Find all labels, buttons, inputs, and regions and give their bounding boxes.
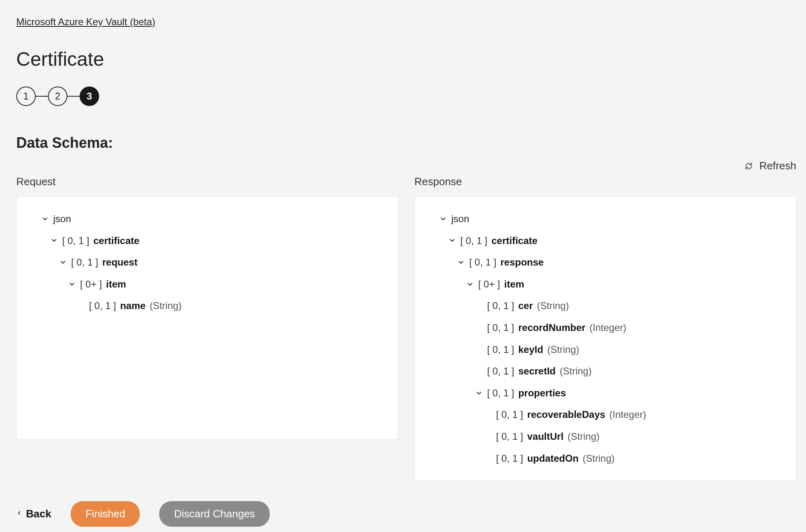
step-connector — [67, 96, 80, 97]
tree-node-updatedon[interactable]: [ 0, 1 ] updatedOn (String) — [427, 448, 784, 469]
request-column: Request json [ 0, 1 ] certificate [ 0, 1… — [16, 175, 398, 481]
tree-node-certificate[interactable]: [ 0, 1 ] certificate — [29, 230, 386, 252]
leaf-spacer — [77, 302, 85, 310]
schema-grid: Request json [ 0, 1 ] certificate [ 0, 1… — [16, 175, 796, 481]
chevron-down-icon — [466, 280, 474, 288]
leaf-spacer — [475, 324, 483, 332]
discard-changes-button[interactable]: Discard Changes — [159, 501, 269, 527]
step-1[interactable]: 1 — [16, 87, 36, 106]
chevron-down-icon — [59, 258, 67, 266]
request-tree-card: json [ 0, 1 ] certificate [ 0, 1 ] reque… — [16, 196, 398, 440]
chevron-down-icon — [448, 236, 456, 244]
refresh-button[interactable]: Refresh — [745, 160, 796, 172]
tree-node-name[interactable]: [ 0, 1 ] name (String) — [29, 295, 386, 317]
tree-node-properties[interactable]: [ 0, 1 ] properties — [427, 382, 784, 404]
tree-node-response[interactable]: [ 0, 1 ] response — [427, 251, 784, 273]
tree-node-item[interactable]: [ 0+ ] item — [29, 273, 386, 295]
leaf-spacer — [475, 367, 483, 375]
section-title: Data Schema: — [16, 134, 790, 151]
tree-node-json[interactable]: json — [29, 208, 386, 230]
response-title: Response — [414, 175, 796, 188]
finished-button[interactable]: Finished — [71, 501, 140, 527]
chevron-left-icon — [16, 508, 22, 520]
back-button[interactable]: Back — [16, 508, 51, 520]
breadcrumb: Microsoft Azure Key Vault (beta) — [16, 16, 790, 28]
leaf-spacer — [475, 302, 483, 310]
chevron-down-icon — [68, 280, 76, 288]
refresh-icon — [745, 162, 753, 170]
tree-node-recordnumber[interactable]: [ 0, 1 ] recordNumber (Integer) — [427, 317, 784, 339]
tree-node-request[interactable]: [ 0, 1 ] request — [29, 251, 386, 273]
tree-node-item[interactable]: [ 0+ ] item — [427, 273, 784, 295]
chevron-down-icon — [41, 215, 49, 223]
back-label: Back — [26, 508, 51, 520]
leaf-spacer — [475, 345, 483, 353]
leaf-spacer — [484, 411, 492, 419]
leaf-spacer — [484, 433, 492, 441]
tree-node-vaulturl[interactable]: [ 0, 1 ] vaultUrl (String) — [427, 426, 784, 448]
tree-node-secretid[interactable]: [ 0, 1 ] secretId (String) — [427, 360, 784, 382]
toolbar: Refresh — [16, 160, 796, 172]
breadcrumb-link[interactable]: Microsoft Azure Key Vault (beta) — [16, 16, 155, 27]
chevron-down-icon — [50, 236, 58, 244]
stepper: 1 2 3 — [16, 87, 790, 106]
step-2[interactable]: 2 — [48, 87, 67, 106]
tree-node-json[interactable]: json — [427, 208, 784, 230]
page-title: Certificate — [16, 48, 790, 70]
tree-node-cer[interactable]: [ 0, 1 ] cer (String) — [427, 295, 784, 317]
tree-node-certificate[interactable]: [ 0, 1 ] certificate — [427, 230, 784, 252]
chevron-down-icon — [439, 215, 447, 223]
footer-actions: Back Finished Discard Changes — [16, 501, 790, 527]
leaf-spacer — [484, 454, 492, 462]
refresh-label: Refresh — [759, 160, 796, 172]
step-3[interactable]: 3 — [80, 87, 99, 106]
response-column: Response json [ 0, 1 ] certificate [ 0, … — [414, 175, 796, 481]
request-title: Request — [16, 175, 398, 188]
chevron-down-icon — [475, 389, 483, 397]
tree-node-keyid[interactable]: [ 0, 1 ] keyId (String) — [427, 339, 784, 361]
step-connector — [36, 96, 48, 97]
tree-node-recoverabledays[interactable]: [ 0, 1 ] recoverableDays (Integer) — [427, 404, 784, 426]
response-tree-card: json [ 0, 1 ] certificate [ 0, 1 ] respo… — [414, 196, 796, 481]
chevron-down-icon — [457, 258, 465, 266]
